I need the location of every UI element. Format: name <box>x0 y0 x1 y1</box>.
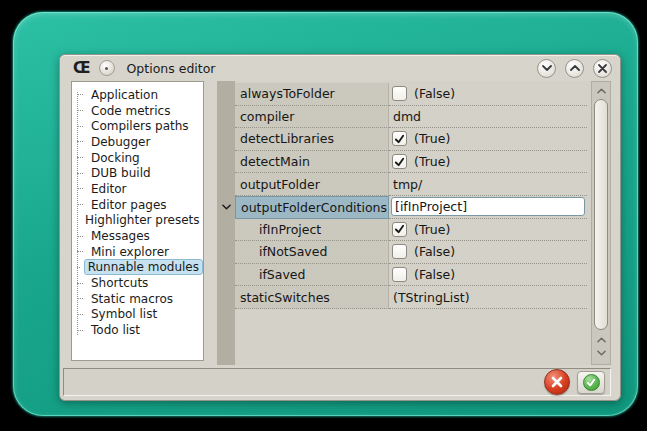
tree-branch-icon <box>77 330 83 331</box>
sidebar-item-messages[interactable]: Messages <box>72 228 203 244</box>
row-gutter <box>217 264 235 287</box>
checkbox-box[interactable] <box>392 267 407 282</box>
tree-branch-icon <box>77 236 83 237</box>
cancel-button[interactable] <box>544 369 570 395</box>
sidebar-item-debugger[interactable]: Debugger <box>72 134 203 150</box>
sidebar-item-label: Static macros <box>87 291 177 307</box>
titlebar-orb-button[interactable] <box>99 60 115 76</box>
property-row-ifNotSaved[interactable]: ifNotSaved (False) <box>217 241 587 264</box>
checkbox-box[interactable] <box>392 131 407 146</box>
property-value-cell[interactable] <box>389 196 587 219</box>
property-value-cell[interactable]: (True) <box>389 151 587 174</box>
minimize-button[interactable] <box>537 59 556 78</box>
checkbox[interactable]: (False) <box>389 244 455 259</box>
tree-branch-icon <box>77 283 83 284</box>
sidebar-item-symbol-list[interactable]: Symbol list <box>72 307 203 323</box>
property-name-cell[interactable]: staticSwitches <box>235 286 389 309</box>
property-name: ifInProject <box>259 222 321 237</box>
sidebar-item-label: Symbol list <box>87 306 161 322</box>
tree-branch-icon <box>77 204 83 205</box>
sidebar-item-shortcuts[interactable]: Shortcuts <box>72 275 203 291</box>
grid-vertical-scrollbar[interactable] <box>591 81 611 365</box>
value-edit-field[interactable] <box>389 196 587 217</box>
row-gutter <box>217 173 235 196</box>
property-row-outputFolder[interactable]: outputFolder tmp/ <box>217 173 587 196</box>
property-name-cell[interactable]: compiler <box>235 106 389 129</box>
property-value-cell[interactable]: (False) <box>389 83 587 106</box>
property-name-cell[interactable]: detectLibraries <box>235 128 389 151</box>
checkbox-box[interactable] <box>392 154 407 169</box>
sidebar-item-docking[interactable]: Docking <box>72 150 203 166</box>
checkbox-box[interactable] <box>392 86 407 101</box>
checkbox[interactable]: (False) <box>389 267 455 282</box>
property-row-detectMain[interactable]: detectMain (True) <box>217 151 587 174</box>
scrollbar-thumb[interactable] <box>594 99 608 330</box>
sidebar-item-editor[interactable]: Editor <box>72 181 203 197</box>
sidebar-item-runnable-modules[interactable]: Runnable modules <box>72 260 203 276</box>
property-value-cell[interactable]: (False) <box>389 241 587 264</box>
checkbox-state-label: (False) <box>414 244 455 259</box>
sidebar-item-static-macros[interactable]: Static macros <box>72 291 203 307</box>
sidebar-item-dub-build[interactable]: DUB build <box>72 165 203 181</box>
sidebar-item-mini-explorer[interactable]: Mini explorer <box>72 244 203 260</box>
property-row-compiler[interactable]: compiler dmd <box>217 106 587 129</box>
property-name-cell[interactable]: ifInProject <box>235 219 389 242</box>
row-gutter <box>217 196 235 219</box>
chevron-up-icon <box>570 65 580 71</box>
property-value-cell[interactable]: (False) <box>389 264 587 287</box>
row-gutter <box>217 83 235 106</box>
property-value-cell[interactable]: (True) <box>389 128 587 151</box>
titlebar[interactable]: Œ Options editor <box>60 55 620 81</box>
row-gutter <box>217 286 235 309</box>
property-value-cell[interactable]: tmp/ <box>389 173 587 196</box>
property-name: outputFolderConditions <box>241 200 387 215</box>
checkbox[interactable]: (True) <box>389 154 450 169</box>
property-value-cell[interactable]: (True) <box>389 219 587 242</box>
value-edit-input[interactable] <box>391 197 585 216</box>
property-name-cell[interactable]: ifSaved <box>235 264 389 287</box>
property-row-detectLibraries[interactable]: detectLibraries (True) <box>217 128 587 151</box>
property-row-ifSaved[interactable]: ifSaved (False) <box>217 264 587 287</box>
x-circle-icon <box>551 376 563 388</box>
scroll-up-icon[interactable] <box>594 334 608 346</box>
property-row-staticSwitches[interactable]: staticSwitches (TStringList) <box>217 286 587 309</box>
sidebar-item-label: Compilers paths <box>87 118 193 134</box>
maximize-button[interactable] <box>565 59 584 78</box>
property-value-cell[interactable]: (TStringList) <box>389 286 587 309</box>
checkbox[interactable]: (False) <box>389 86 455 101</box>
scroll-up-icon[interactable] <box>594 85 608 97</box>
property-row-outputFolderConditions[interactable]: outputFolderConditions <box>217 196 587 219</box>
checkbox-state-label: (True) <box>414 154 450 169</box>
property-row-alwaysToFolder[interactable]: alwaysToFolder (False) <box>217 83 587 106</box>
tree-branch-icon <box>77 314 83 315</box>
property-value-cell[interactable]: dmd <box>389 106 587 129</box>
sidebar-item-compilers-paths[interactable]: Compilers paths <box>72 118 203 134</box>
scroll-down-icon[interactable] <box>594 347 608 359</box>
property-name: compiler <box>240 109 294 124</box>
sidebar-item-code-metrics[interactable]: Code metrics <box>72 103 203 119</box>
checkbox-box[interactable] <box>392 244 407 259</box>
sidebar-item-todo-list[interactable]: Todo list <box>72 322 203 338</box>
category-tree[interactable]: Application Code metrics Compilers paths… <box>71 81 204 361</box>
checkbox[interactable]: (True) <box>389 222 450 237</box>
property-name-cell[interactable]: outputFolderConditions <box>235 196 389 219</box>
sidebar-item-label: Editor pages <box>87 197 171 213</box>
close-button[interactable] <box>593 59 612 78</box>
property-rows: alwaysToFolder (False) compiler <box>217 83 587 309</box>
sidebar-item-editor-pages[interactable]: Editor pages <box>72 197 203 213</box>
sidebar-item-label: Highlighter presets <box>81 212 204 228</box>
property-row-ifInProject[interactable]: ifInProject (True) <box>217 219 587 242</box>
sidebar-item-label: Docking <box>87 150 144 166</box>
sidebar-item-application[interactable]: Application <box>72 87 203 103</box>
checkbox[interactable]: (True) <box>389 131 450 146</box>
property-name-cell[interactable]: ifNotSaved <box>235 241 389 264</box>
property-name-cell[interactable]: detectMain <box>235 151 389 174</box>
checkbox-box[interactable] <box>392 222 407 237</box>
checkbox-state-label: (True) <box>414 222 450 237</box>
accept-button[interactable] <box>577 371 605 394</box>
sidebar-item-highlighter-presets[interactable]: Highlighter presets <box>72 213 203 229</box>
check-icon <box>394 224 405 234</box>
property-name-cell[interactable]: outputFolder <box>235 173 389 196</box>
check-circle-icon <box>583 374 600 391</box>
property-name-cell[interactable]: alwaysToFolder <box>235 83 389 106</box>
